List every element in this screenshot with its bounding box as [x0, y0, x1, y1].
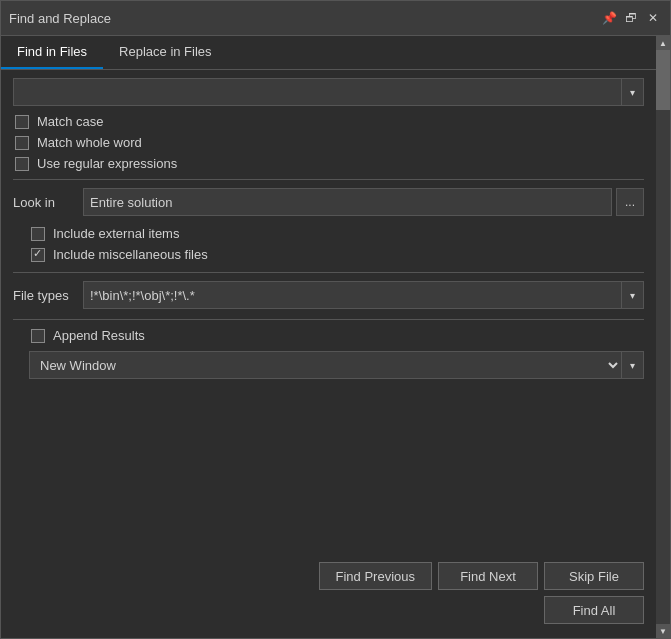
- search-input[interactable]: [13, 78, 622, 106]
- look-in-row: Look in Entire solution Current Project …: [13, 188, 644, 216]
- use-regex-label[interactable]: Use regular expressions: [37, 156, 177, 171]
- main-panel: Find in Files Replace in Files ▾ Match c…: [1, 36, 656, 638]
- look-in-browse-btn[interactable]: ...: [616, 188, 644, 216]
- form-area: ▾ Match case Match whole word Use regula…: [1, 70, 656, 554]
- scrollbar-thumb[interactable]: [656, 50, 670, 110]
- tabs-container: Find in Files Replace in Files: [1, 36, 656, 70]
- divider-1: [13, 179, 644, 180]
- file-types-row: File types ▾: [13, 281, 644, 309]
- look-in-label: Look in: [13, 195, 83, 210]
- include-misc-row: Include miscellaneous files: [29, 247, 644, 262]
- match-case-label[interactable]: Match case: [37, 114, 103, 129]
- find-previous-button[interactable]: Find Previous: [319, 562, 432, 590]
- btn-row-2: Find All: [13, 596, 644, 624]
- look-in-select[interactable]: Entire solution Current Project Current …: [83, 188, 612, 216]
- use-regex-checkbox[interactable]: [15, 157, 29, 171]
- match-case-row: Match case: [13, 114, 644, 129]
- scrollbar-down-btn[interactable]: ▼: [656, 624, 670, 638]
- find-replace-window: Find and Replace 📌 🗗 ✕ Find in Files Rep…: [0, 0, 671, 639]
- include-external-label[interactable]: Include external items: [53, 226, 179, 241]
- title-bar: Find and Replace 📌 🗗 ✕: [1, 1, 670, 36]
- buttons-area: Find Previous Find Next Skip File Find A…: [1, 554, 656, 638]
- look-in-select-wrapper: Entire solution Current Project Current …: [83, 188, 644, 216]
- tab-replace-in-files[interactable]: Replace in Files: [103, 36, 228, 69]
- file-types-input[interactable]: [83, 281, 622, 309]
- output-dropdown-btn[interactable]: ▾: [622, 351, 644, 379]
- section-checkboxes: Include external items Include miscellan…: [13, 226, 644, 262]
- file-types-dropdown-btn[interactable]: ▾: [622, 281, 644, 309]
- window-controls: 📌 🗗 ✕: [600, 9, 662, 27]
- match-whole-word-row: Match whole word: [13, 135, 644, 150]
- divider-3: [13, 319, 644, 320]
- use-regex-row: Use regular expressions: [13, 156, 644, 171]
- include-external-row: Include external items: [29, 226, 644, 241]
- content-area: Find in Files Replace in Files ▾ Match c…: [1, 36, 670, 638]
- window-title: Find and Replace: [9, 11, 600, 26]
- append-results-label[interactable]: Append Results: [53, 328, 145, 343]
- search-dropdown-btn[interactable]: ▾: [622, 78, 644, 106]
- result-section: Append Results: [13, 328, 644, 343]
- scrollbar: ▲ ▼: [656, 36, 670, 638]
- search-row: ▾: [13, 78, 644, 106]
- include-external-checkbox[interactable]: [31, 227, 45, 241]
- file-types-label: File types: [13, 288, 83, 303]
- divider-2: [13, 272, 644, 273]
- include-misc-label[interactable]: Include miscellaneous files: [53, 247, 208, 262]
- output-select[interactable]: New Window Find Results 1 Find Results 2: [29, 351, 622, 379]
- match-whole-word-checkbox[interactable]: [15, 136, 29, 150]
- tab-find-in-files[interactable]: Find in Files: [1, 36, 103, 69]
- skip-file-button[interactable]: Skip File: [544, 562, 644, 590]
- restore-button[interactable]: 🗗: [622, 9, 640, 27]
- append-results-checkbox[interactable]: [31, 329, 45, 343]
- include-misc-checkbox[interactable]: [31, 248, 45, 262]
- find-all-button[interactable]: Find All: [544, 596, 644, 624]
- match-case-checkbox[interactable]: [15, 115, 29, 129]
- file-types-input-wrap: ▾: [83, 281, 644, 309]
- match-whole-word-label[interactable]: Match whole word: [37, 135, 142, 150]
- scrollbar-up-btn[interactable]: ▲: [656, 36, 670, 50]
- close-button[interactable]: ✕: [644, 9, 662, 27]
- btn-row-1: Find Previous Find Next Skip File: [13, 562, 644, 590]
- scrollbar-thumb-area: [656, 50, 670, 624]
- find-next-button[interactable]: Find Next: [438, 562, 538, 590]
- append-results-row: Append Results: [29, 328, 644, 343]
- output-dropdown-wrap: New Window Find Results 1 Find Results 2…: [13, 351, 644, 379]
- pin-button[interactable]: 📌: [600, 9, 618, 27]
